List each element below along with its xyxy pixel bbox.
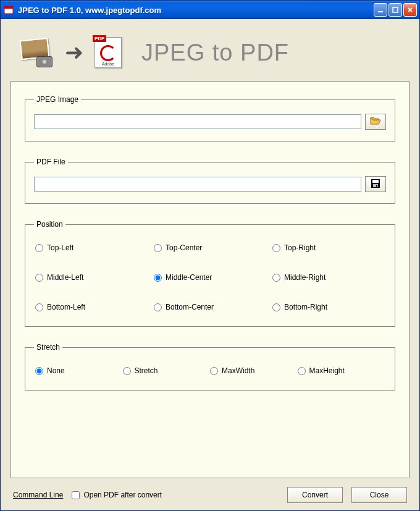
close-button[interactable] (403, 3, 417, 17)
position-radio-input[interactable] (154, 274, 162, 282)
stretch-radio-input[interactable] (123, 367, 131, 375)
position-radio-middle-center[interactable]: Middle-Center (154, 273, 266, 282)
app-window: JPEG to PDF 1.0, www.jpegtopdf.com ➜ PDF (0, 0, 420, 511)
stretch-radio-input[interactable] (35, 367, 43, 375)
app-icon (3, 4, 14, 15)
save-pdf-button[interactable] (365, 176, 386, 192)
position-radio-input[interactable] (154, 244, 162, 252)
radio-label: Bottom-Right (284, 303, 327, 311)
radio-label: Bottom-Left (47, 303, 85, 311)
jpeg-image-legend: JPEG Image (34, 95, 81, 104)
position-radio-top-right[interactable]: Top-Right (272, 243, 385, 252)
open-after-checkbox-input[interactable] (72, 491, 80, 499)
pdf-file-input[interactable] (34, 177, 361, 192)
radio-label: Top-Right (284, 243, 316, 252)
photo-icon (18, 38, 54, 67)
radio-label: Top-Center (166, 243, 202, 252)
radio-label: Middle-Center (166, 273, 212, 282)
position-radio-bottom-right[interactable]: Bottom-Right (272, 303, 385, 311)
banner: ➜ PDF Adobe JPEG to PDF (10, 28, 410, 81)
svg-rect-2 (378, 11, 383, 12)
stretch-radio-maxwidth[interactable]: MaxWidth (210, 366, 298, 375)
window-title: JPEG to PDF 1.0, www.jpegtopdf.com (18, 6, 374, 15)
position-radio-top-center[interactable]: Top-Center (154, 243, 266, 252)
radio-label: Top-Left (47, 243, 74, 252)
position-radio-input[interactable] (272, 274, 280, 282)
close-app-button[interactable]: Close (351, 487, 407, 503)
stretch-group: Stretch NoneStretchMaxWidthMaxHeight (25, 343, 395, 391)
svg-rect-7 (376, 185, 377, 187)
convert-button[interactable]: Convert (287, 487, 343, 503)
folder-open-icon (370, 117, 381, 127)
radio-label: Stretch (135, 366, 158, 375)
position-radio-bottom-left[interactable]: Bottom-Left (35, 303, 148, 311)
main-panel: JPEG Image PDF File (10, 81, 410, 478)
stretch-radio-input[interactable] (210, 367, 218, 375)
pdf-file-group: PDF File (25, 158, 395, 204)
stretch-radio-stretch[interactable]: Stretch (123, 366, 211, 375)
content-area: ➜ PDF Adobe JPEG to PDF JPEG Image (1, 19, 419, 510)
pdf-icon: PDF Adobe (94, 37, 122, 68)
radio-label: Middle-Right (284, 273, 326, 282)
open-after-label: Open PDF after convert (83, 491, 162, 499)
position-radio-top-left[interactable]: Top-Left (35, 243, 148, 252)
position-radio-middle-left[interactable]: Middle-Left (35, 273, 148, 282)
floppy-save-icon (371, 179, 380, 190)
radio-label: Bottom-Center (166, 303, 214, 311)
arrow-icon: ➜ (65, 40, 83, 65)
stretch-radio-maxheight[interactable]: MaxHeight (298, 366, 385, 375)
footer: Command Line Open PDF after convert Conv… (10, 478, 410, 504)
svg-rect-5 (372, 180, 379, 183)
radio-label: None (47, 366, 65, 375)
position-radio-input[interactable] (154, 303, 162, 311)
jpeg-image-group: JPEG Image (25, 95, 395, 141)
stretch-radio-none[interactable]: None (35, 366, 123, 375)
position-radio-input[interactable] (272, 244, 280, 252)
position-radio-middle-right[interactable]: Middle-Right (272, 273, 385, 282)
svg-rect-3 (393, 7, 398, 12)
maximize-button[interactable] (388, 3, 402, 17)
position-radio-bottom-center[interactable]: Bottom-Center (154, 303, 266, 311)
radio-label: Middle-Left (47, 273, 83, 282)
window-controls (374, 3, 417, 17)
radio-label: MaxHeight (309, 366, 345, 375)
browse-jpeg-button[interactable] (365, 114, 386, 130)
open-after-checkbox[interactable]: Open PDF after convert (72, 491, 162, 499)
stretch-radio-input[interactable] (298, 367, 306, 375)
jpeg-image-input[interactable] (34, 114, 361, 129)
stretch-legend: Stretch (34, 343, 62, 352)
position-legend: Position (34, 220, 65, 229)
position-radio-input[interactable] (35, 274, 43, 282)
position-radio-input[interactable] (35, 244, 43, 252)
minimize-button[interactable] (374, 3, 387, 17)
command-line-link[interactable]: Command Line (13, 491, 63, 499)
position-radio-input[interactable] (35, 303, 43, 311)
radio-label: MaxWidth (222, 366, 254, 375)
position-group: Position Top-LeftTop-CenterTop-RightMidd… (25, 220, 395, 327)
titlebar: JPEG to PDF 1.0, www.jpegtopdf.com (1, 1, 419, 19)
pdf-file-legend: PDF File (34, 158, 68, 166)
svg-rect-1 (4, 6, 13, 9)
position-radio-input[interactable] (272, 303, 280, 311)
banner-heading: JPEG to PDF (141, 40, 289, 66)
